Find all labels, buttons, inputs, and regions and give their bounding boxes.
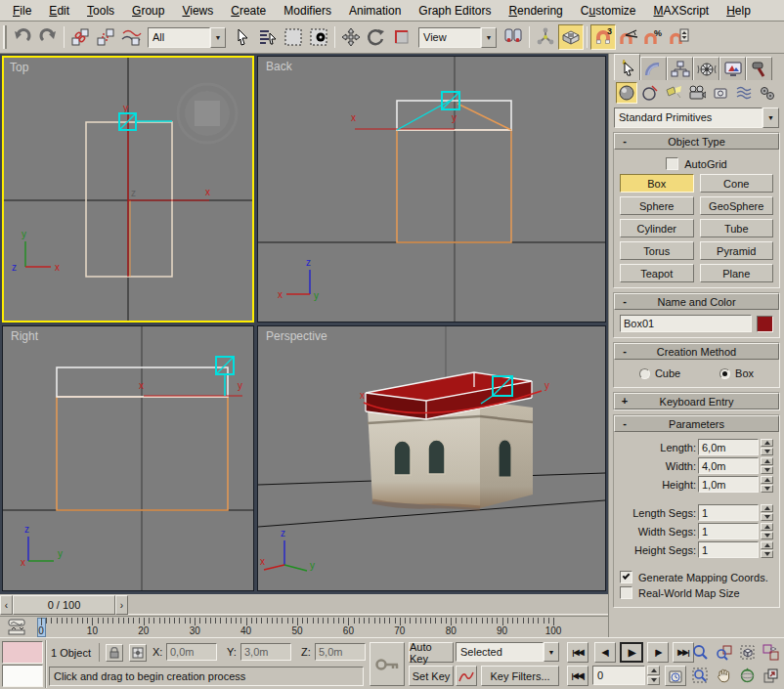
menu-graph-editors[interactable]: Graph Editors xyxy=(410,1,500,21)
length-segs-field[interactable]: 1 xyxy=(698,504,759,521)
keyboard-shortcut-override-toggle[interactable] xyxy=(558,24,584,50)
next-frame-arrow[interactable]: › xyxy=(115,595,128,615)
object-type-cone-button[interactable]: Cone xyxy=(700,174,774,193)
set-keys-button[interactable] xyxy=(370,642,405,686)
collapse-icon[interactable]: - xyxy=(619,417,631,429)
object-type-sphere-button[interactable]: Sphere xyxy=(620,196,694,215)
menu-rendering[interactable]: Rendering xyxy=(500,1,571,21)
select-and-move-icon[interactable] xyxy=(338,24,364,50)
category-shapes[interactable] xyxy=(639,82,661,104)
arc-rotate-icon[interactable] xyxy=(737,666,758,686)
object-type-geosphere-button[interactable]: GeoSphere xyxy=(700,196,774,215)
creation-method-cube-radio[interactable]: Cube xyxy=(639,367,680,379)
object-type-plane-button[interactable]: Plane xyxy=(700,264,774,282)
dropdown-arrow-icon[interactable]: ▼ xyxy=(762,108,779,128)
dropdown-arrow-icon[interactable]: ▼ xyxy=(481,27,497,48)
undo-icon[interactable] xyxy=(10,24,35,50)
set-key-button[interactable]: Set Key xyxy=(409,666,454,686)
play-button[interactable]: ▶ xyxy=(620,642,643,663)
spinner-down-icon[interactable] xyxy=(761,550,773,558)
category-cameras[interactable] xyxy=(686,82,708,104)
mini-curve-editor-icon[interactable] xyxy=(8,619,31,638)
category-space-warps[interactable] xyxy=(733,82,755,104)
previous-frame-button[interactable]: ◀| xyxy=(594,642,616,663)
select-and-scale-icon[interactable] xyxy=(389,24,414,50)
category-lights[interactable] xyxy=(663,82,684,104)
set-key-filters-curve-toggle[interactable] xyxy=(456,666,477,686)
reference-coordinate-dropdown[interactable]: View ▼ xyxy=(418,27,497,48)
pan-hand-icon[interactable] xyxy=(714,666,734,686)
collapse-icon[interactable]: - xyxy=(619,135,631,147)
house-model[interactable] xyxy=(368,401,533,508)
current-frame-field[interactable]: 0 xyxy=(592,666,645,685)
width-segs-field[interactable]: 1 xyxy=(698,523,759,539)
viewport-right[interactable]: x y z x y Right xyxy=(2,325,254,591)
y-coord-field[interactable]: 3,0m xyxy=(240,643,291,661)
spinner-down-icon[interactable] xyxy=(761,513,773,521)
tab-motion[interactable] xyxy=(693,57,719,80)
rollout-keyboard-entry-header[interactable]: + Keyboard Entry xyxy=(614,393,779,409)
object-color-swatch[interactable] xyxy=(757,316,773,332)
rollout-object-type-header[interactable]: - Object Type xyxy=(614,133,779,150)
height-segs-field[interactable]: 1 xyxy=(698,541,759,558)
menu-maxscript[interactable]: MAXScript xyxy=(645,1,719,21)
next-frame-button[interactable]: |▶ xyxy=(647,642,669,663)
time-slider-track[interactable] xyxy=(128,595,608,615)
spinner-down-icon[interactable] xyxy=(761,532,773,539)
track-bar-ruler[interactable]: 0102030405060708090100 xyxy=(35,617,608,638)
height-segs-spinner[interactable] xyxy=(761,541,773,558)
object-type-box-button[interactable]: Box xyxy=(620,174,694,193)
time-configuration-button[interactable] xyxy=(665,666,686,686)
width-segs-spinner[interactable] xyxy=(761,523,773,539)
width-field[interactable]: 4,0m xyxy=(698,457,759,474)
object-name-input[interactable]: Box01 xyxy=(620,315,752,332)
spinner-snap-toggle-icon[interactable] xyxy=(667,24,692,50)
select-and-rotate-icon[interactable] xyxy=(364,24,389,50)
tab-create[interactable] xyxy=(614,54,640,80)
percent-snap-toggle-icon[interactable]: % xyxy=(641,24,667,50)
rectangular-selection-region-icon[interactable] xyxy=(281,24,306,50)
previous-frame-arrow[interactable]: ‹ xyxy=(0,595,13,615)
height-field[interactable]: 1,0m xyxy=(698,476,759,493)
menu-group[interactable]: Group xyxy=(123,1,173,21)
spinner-up-icon[interactable] xyxy=(761,457,773,465)
toolbar-grip[interactable] xyxy=(3,25,7,49)
key-filters-button[interactable]: Key Filters... xyxy=(481,666,559,686)
spinner-up-icon[interactable] xyxy=(761,523,773,531)
menu-tools[interactable]: Tools xyxy=(78,1,123,21)
spinner-up-icon[interactable] xyxy=(761,504,773,512)
collapse-icon[interactable]: - xyxy=(619,345,631,357)
region-zoom-icon[interactable] xyxy=(690,666,711,686)
generate-mapping-coords-checkbox[interactable] xyxy=(620,571,632,583)
rollout-parameters-header[interactable]: - Parameters xyxy=(614,415,779,432)
menu-file[interactable]: File xyxy=(4,1,40,21)
redo-icon[interactable] xyxy=(35,24,61,50)
absolute-offset-toggle[interactable] xyxy=(129,644,147,662)
key-mode-toggle-button[interactable]: |◀◀| xyxy=(567,666,588,686)
creation-method-box-radio[interactable]: Box xyxy=(719,367,754,379)
frame-spinner[interactable] xyxy=(647,666,660,685)
spinner-down-icon[interactable] xyxy=(761,485,773,493)
selection-lock-toggle[interactable] xyxy=(106,644,123,662)
zoom-extents-all-icon[interactable] xyxy=(761,642,781,663)
unlink-selection-icon[interactable] xyxy=(93,24,118,50)
tab-utilities[interactable] xyxy=(746,57,772,80)
collapse-icon[interactable]: - xyxy=(619,295,631,307)
track-bar[interactable]: 0102030405060708090100 xyxy=(0,616,608,637)
tab-hierarchy[interactable] xyxy=(667,57,693,80)
viewport-perspective[interactable]: x y z x y Perspective xyxy=(257,325,606,591)
spinner-down-icon[interactable] xyxy=(761,448,773,455)
maxscript-macro-recorder[interactable] xyxy=(2,641,43,664)
select-and-link-icon[interactable] xyxy=(67,24,93,50)
z-coord-field[interactable]: 5,0m xyxy=(315,643,366,661)
object-type-pyramid-button[interactable]: Pyramid xyxy=(700,241,774,260)
time-slider-thumb[interactable]: 0 / 100 xyxy=(13,595,115,615)
select-object-icon[interactable] xyxy=(230,24,255,50)
rollout-name-color-header[interactable]: - Name and Color xyxy=(614,293,779,310)
subcategory-dropdown[interactable]: Standard Primitives ▼ xyxy=(614,108,779,128)
rollout-creation-method-header[interactable]: - Creation Method xyxy=(614,343,779,360)
expand-icon[interactable]: + xyxy=(619,395,631,407)
menu-animation[interactable]: Animation xyxy=(340,1,410,21)
object-type-tube-button[interactable]: Tube xyxy=(700,219,774,237)
bind-to-space-warp-icon[interactable] xyxy=(118,24,144,50)
